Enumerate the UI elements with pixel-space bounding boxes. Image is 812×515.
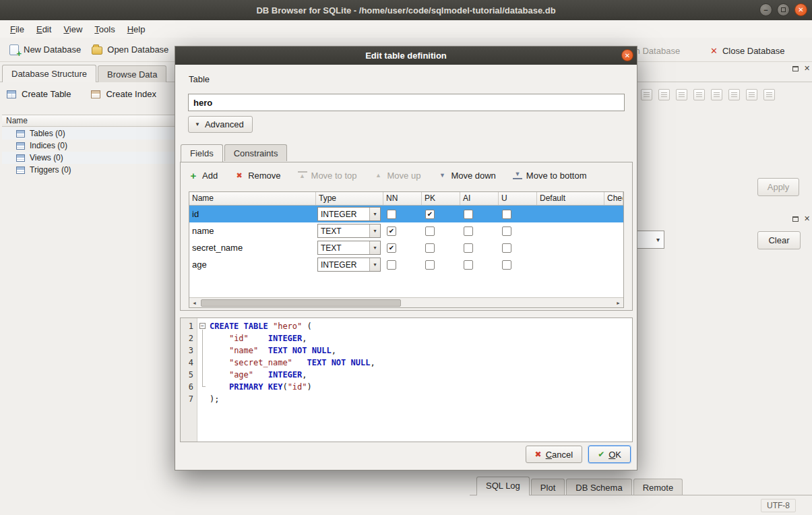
checkbox-u[interactable] bbox=[502, 210, 511, 219]
checkbox-u[interactable] bbox=[502, 243, 511, 253]
window-titlebar[interactable]: DB Browser for SQLite - /home/user/code/… bbox=[0, 0, 812, 20]
create-table-button[interactable]: Create Table bbox=[7, 89, 71, 99]
move-to-bottom-button[interactable]: ▼Move to bottom bbox=[513, 171, 587, 181]
default-cell[interactable] bbox=[537, 256, 604, 273]
sql-line: "id" INTEGER, bbox=[210, 332, 632, 344]
sql-line: ); bbox=[210, 393, 632, 405]
bottom-tab-db-schema[interactable]: DB Schema bbox=[566, 479, 631, 495]
tab-browse-data[interactable]: Browse Data bbox=[98, 65, 166, 82]
tab-database-structure[interactable]: Database Structure bbox=[2, 65, 96, 82]
checkbox-pk[interactable] bbox=[425, 260, 435, 270]
dialog-close-button[interactable]: ✕ bbox=[621, 49, 633, 61]
open-database-button[interactable]: Open Database bbox=[86, 41, 174, 58]
checkbox-u[interactable] bbox=[502, 226, 511, 236]
create-index-button[interactable]: Create Index bbox=[91, 89, 156, 99]
dock-float-icon[interactable] bbox=[792, 66, 799, 71]
checkbox-nn[interactable] bbox=[387, 210, 396, 219]
default-cell[interactable] bbox=[537, 206, 604, 222]
bottom-tab-remote[interactable]: Remote bbox=[633, 479, 683, 495]
close-button[interactable]: ✕ bbox=[794, 3, 807, 16]
checkbox-nn[interactable]: ✔ bbox=[387, 226, 396, 236]
column-header-check[interactable]: Check bbox=[604, 192, 623, 205]
window-controls: − ✕ bbox=[759, 3, 807, 16]
dock-float-icon[interactable] bbox=[792, 216, 799, 222]
checkbox-nn[interactable]: ✔ bbox=[387, 243, 396, 253]
dock-close-icon[interactable]: ✕ bbox=[804, 64, 810, 73]
new-database-button[interactable]: New Database bbox=[4, 41, 86, 59]
column-header-nn[interactable]: NN bbox=[383, 192, 422, 205]
checkbox-u[interactable] bbox=[502, 260, 511, 270]
tab-constraints[interactable]: Constraints bbox=[224, 144, 288, 161]
column-header-u[interactable]: U bbox=[499, 192, 537, 205]
scroll-right-icon[interactable]: ► bbox=[613, 301, 623, 305]
cancel-button[interactable]: ✖ Cancel bbox=[526, 446, 583, 463]
field-row-age[interactable]: ageINTEGER▾ bbox=[189, 256, 623, 273]
checkbox-pk[interactable]: ✔ bbox=[425, 210, 435, 219]
column-header-name[interactable]: Name bbox=[189, 192, 316, 205]
default-cell[interactable] bbox=[537, 222, 604, 239]
cell-toolbar-icon[interactable] bbox=[658, 89, 670, 100]
menu-tools[interactable]: Tools bbox=[88, 22, 121, 37]
table-name-input[interactable] bbox=[188, 94, 625, 111]
dock-close-icon[interactable]: ✕ bbox=[804, 214, 810, 223]
cell-toolbar-icon[interactable] bbox=[711, 89, 722, 100]
field-row-id[interactable]: idINTEGER▾✔ bbox=[189, 206, 623, 222]
maximize-button[interactable] bbox=[777, 3, 790, 16]
field-name-cell[interactable]: id bbox=[189, 206, 316, 222]
cell-toolbar-icon[interactable] bbox=[728, 89, 740, 100]
clear-button[interactable]: Clear bbox=[757, 231, 801, 249]
ok-button[interactable]: ✔ OK bbox=[588, 446, 631, 463]
field-name-cell[interactable]: name bbox=[189, 222, 316, 239]
menu-view[interactable]: View bbox=[57, 22, 88, 37]
close-database-button[interactable]: ✕ Close Database bbox=[705, 42, 790, 59]
tab-fields[interactable]: Fields bbox=[181, 144, 223, 162]
checkbox-pk[interactable] bbox=[425, 243, 435, 253]
fold-collapse-icon[interactable]: − bbox=[199, 323, 206, 329]
add-button[interactable]: +Add bbox=[189, 170, 218, 181]
field-type-select[interactable]: TEXT▾ bbox=[317, 224, 381, 238]
checkbox-ai[interactable] bbox=[464, 210, 473, 219]
field-type-cell: TEXT▾ bbox=[316, 239, 383, 256]
column-header-default[interactable]: Default bbox=[537, 192, 604, 205]
menu-help[interactable]: Help bbox=[121, 22, 152, 37]
checkbox-ai[interactable] bbox=[464, 226, 473, 236]
dialog-titlebar[interactable]: Edit table definition ✕ bbox=[175, 47, 637, 65]
ai-cell bbox=[460, 206, 499, 222]
bottom-tab-plot[interactable]: Plot bbox=[531, 479, 565, 495]
horizontal-scrollbar[interactable]: ◄ ► bbox=[189, 297, 623, 307]
field-type-select[interactable]: INTEGER▾ bbox=[317, 207, 381, 221]
field-type-select[interactable]: TEXT▾ bbox=[317, 241, 381, 255]
menu-file[interactable]: File bbox=[4, 22, 30, 37]
field-name-cell[interactable]: secret_name bbox=[189, 239, 316, 256]
cell-toolbar-icon[interactable] bbox=[693, 89, 705, 100]
bottom-tab-sql-log[interactable]: SQL Log bbox=[476, 477, 530, 495]
cell-toolbar-icon[interactable] bbox=[676, 89, 687, 100]
field-row-name[interactable]: nameTEXT▾✔ bbox=[189, 222, 623, 239]
column-header-type[interactable]: Type bbox=[316, 192, 383, 205]
minimize-button[interactable]: − bbox=[759, 3, 772, 16]
cell-toolbar-icon[interactable] bbox=[641, 89, 652, 100]
line-number-gutter: 1234567 bbox=[181, 318, 197, 442]
field-type-select[interactable]: INTEGER▾ bbox=[317, 258, 381, 272]
advanced-toggle-button[interactable]: ▼ Advanced bbox=[188, 116, 253, 133]
field-name-cell[interactable]: age bbox=[189, 256, 316, 273]
sql-code[interactable]: CREATE TABLE "hero" ( "id" INTEGER, "nam… bbox=[208, 318, 632, 442]
column-header-pk[interactable]: PK bbox=[422, 192, 460, 205]
cell-toolbar-icon[interactable] bbox=[746, 89, 757, 100]
encoding-indicator[interactable]: UTF-8 bbox=[761, 499, 796, 512]
column-header-ai[interactable]: AI bbox=[460, 192, 499, 205]
advanced-label: Advanced bbox=[205, 119, 244, 129]
field-row-secret_name[interactable]: secret_nameTEXT▾✔ bbox=[189, 239, 623, 256]
default-cell[interactable] bbox=[537, 239, 604, 256]
checkbox-pk[interactable] bbox=[425, 226, 435, 236]
remove-button[interactable]: ✖Remove bbox=[235, 171, 280, 181]
bottom-dock-tabs: SQL LogPlotDB SchemaRemote bbox=[470, 476, 812, 495]
scroll-left-icon[interactable]: ◄ bbox=[189, 301, 199, 305]
scrollbar-thumb[interactable] bbox=[201, 299, 401, 307]
checkbox-ai[interactable] bbox=[464, 260, 473, 270]
checkbox-nn[interactable] bbox=[387, 260, 396, 270]
cell-toolbar-icon[interactable] bbox=[763, 89, 775, 100]
menu-edit[interactable]: Edit bbox=[30, 22, 57, 37]
checkbox-ai[interactable] bbox=[464, 243, 473, 253]
move-down-button[interactable]: ▼Move down bbox=[437, 171, 495, 181]
